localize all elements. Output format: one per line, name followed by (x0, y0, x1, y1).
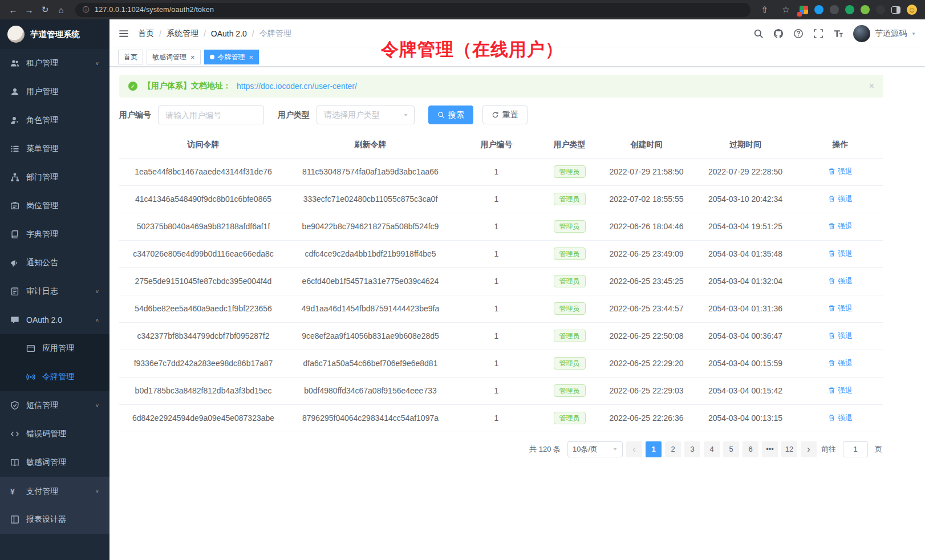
chevron-down-icon: ∨ (95, 289, 99, 294)
more-pages-button[interactable]: ••• (762, 441, 778, 457)
info-icon[interactable]: ⓘ (83, 5, 90, 15)
fullscreen-icon[interactable] (813, 29, 823, 39)
sidebar-item-user[interactable]: 用户管理 (0, 78, 109, 106)
profile-avatar-icon[interactable]: ☺ (907, 5, 917, 15)
trash-icon (828, 414, 835, 421)
sidebar-item-errcode[interactable]: 错误码管理 (0, 420, 109, 448)
extension-green-icon[interactable] (845, 5, 854, 14)
page-size-select[interactable]: 10条/页▼ (567, 441, 623, 457)
user-type-badge: 管理员 (554, 384, 586, 397)
home-button[interactable]: ⌂ (54, 2, 68, 17)
sidebar-item-report[interactable]: 报表设计器 (0, 505, 109, 534)
extension-paw-icon[interactable] (876, 5, 885, 14)
sidebar-item-label: OAuth 2.0 (26, 315, 62, 324)
reload-button[interactable]: ↻ (38, 2, 52, 17)
refresh-icon (492, 111, 499, 119)
user-type-select[interactable]: 请选择用户类型 ▼ (317, 105, 415, 124)
user-menu[interactable]: 芋道源码 ▼ (853, 25, 916, 42)
share-icon[interactable]: ⇧ (757, 2, 772, 17)
force-logout-button[interactable]: 强退 (828, 249, 853, 259)
cell-user-id: 1 (453, 213, 539, 240)
page-button-1[interactable]: 1 (646, 441, 662, 457)
tab-2[interactable]: 令牌管理× (204, 50, 259, 64)
force-logout-button[interactable]: 强退 (828, 413, 853, 423)
goto-page-input[interactable] (843, 441, 868, 457)
sidebar-item-tenant[interactable]: 租户管理∨ (0, 49, 109, 78)
sidebar-item-sms[interactable]: 短信管理∨ (0, 391, 109, 420)
force-logout-label: 强退 (838, 331, 853, 341)
app-logo-row[interactable]: 芋道管理系统 (0, 19, 109, 49)
sidebar-item-menu[interactable]: 菜单管理 (0, 135, 109, 163)
force-logout-button[interactable]: 强退 (828, 303, 853, 314)
sidebar-item-dict[interactable]: 字典管理 (0, 220, 109, 249)
address-bar[interactable]: ⓘ 127.0.0.1:1024/system/oauth2/token (75, 3, 750, 17)
page-button-2[interactable]: 2 (665, 441, 681, 457)
page-button-6[interactable]: 6 (743, 441, 758, 457)
app-logo (7, 26, 25, 43)
sidebar-item-audit[interactable]: 审计日志∨ (0, 277, 109, 306)
cell-created-time: 2022-07-02 18:55:55 (599, 185, 693, 213)
page-button-12[interactable]: 12 (781, 441, 797, 457)
alert-link[interactable]: https://doc.iocoder.cn/user-center/ (237, 82, 357, 91)
back-button[interactable]: ← (6, 2, 21, 17)
user-avatar (853, 25, 870, 42)
next-page-button[interactable]: › (801, 441, 817, 457)
force-logout-button[interactable]: 强退 (828, 385, 853, 396)
close-icon[interactable]: × (869, 81, 874, 91)
sidebar-item-notice[interactable]: 通知公告 (0, 249, 109, 277)
sidebar-item-dept[interactable]: 部门管理 (0, 163, 109, 192)
user-id-input[interactable] (158, 105, 264, 124)
force-logout-button[interactable]: 强退 (828, 331, 853, 341)
search-icon[interactable] (753, 29, 764, 39)
breadcrumb-item-1[interactable]: 系统管理 (167, 29, 198, 39)
page-button-4[interactable]: 4 (704, 441, 720, 457)
sidebar-item-sensitive[interactable]: 敏感词管理 (0, 448, 109, 477)
reset-button[interactable]: 重置 (482, 105, 528, 124)
sidebar-item-oauth[interactable]: OAuth 2.0∧ (0, 306, 109, 334)
sidebar-toggle-icon[interactable] (891, 6, 900, 14)
force-logout-label: 强退 (838, 249, 853, 259)
extension-blue-icon[interactable] (814, 5, 823, 14)
sidebar-item-pay[interactable]: ¥支付管理∨ (0, 477, 109, 505)
sidebar-item-label: 应用管理 (42, 343, 74, 354)
tags-bar: 首页敏感词管理×令牌管理× (109, 48, 925, 67)
breadcrumb-item-2[interactable]: OAuth 2.0 (211, 29, 247, 38)
sidebar-item-role[interactable]: 角色管理 (0, 106, 109, 135)
force-logout-label: 强退 (838, 276, 853, 286)
sidebar-item-oauth-app[interactable]: 应用管理 (0, 334, 109, 363)
user-type-badge: 管理员 (554, 302, 586, 315)
prev-page-button[interactable]: ‹ (626, 441, 642, 457)
force-logout-button[interactable]: 强退 (828, 167, 853, 177)
page-button-5[interactable]: 5 (723, 441, 739, 457)
close-icon[interactable]: × (190, 54, 195, 61)
cell-expire-time: 2054-03-04 19:51:25 (693, 213, 797, 240)
page-button-3[interactable]: 3 (684, 441, 700, 457)
hamburger-icon[interactable] (119, 29, 129, 39)
sidebar-item-label: 租户管理 (26, 58, 58, 68)
cell-expire-time: 2022-07-29 22:28:50 (693, 158, 797, 185)
close-icon[interactable]: × (249, 54, 254, 61)
bookmark-star-icon[interactable]: ☆ (778, 2, 793, 17)
github-icon[interactable] (773, 29, 784, 39)
sidebar-item-oauth-token[interactable]: 令牌管理 (0, 363, 109, 391)
help-icon[interactable] (793, 29, 804, 39)
tab-1[interactable]: 敏感词管理× (147, 50, 201, 64)
font-size-icon[interactable] (833, 29, 843, 39)
breadcrumb-item-0[interactable]: 首页 (138, 29, 154, 39)
sidebar-menu: 租户管理∨用户管理角色管理菜单管理部门管理岗位管理字典管理通知公告审计日志∨OA… (0, 49, 109, 534)
force-logout-button[interactable]: 强退 (828, 221, 853, 232)
extension-puzzle-icon[interactable] (861, 5, 870, 14)
force-logout-label: 强退 (838, 221, 853, 232)
user-type-placeholder: 请选择用户类型 (324, 110, 380, 120)
table-row: b0d1785bc3a8482f812db4a3f3bd15ecb0df4980… (119, 377, 883, 404)
search-button[interactable]: 搜索 (428, 105, 473, 124)
tab-0[interactable]: 首页 (118, 50, 143, 64)
force-logout-button[interactable]: 强退 (828, 194, 853, 204)
force-logout-button[interactable]: 强退 (828, 276, 853, 286)
table-row: c342377bf8b344799dcbf7bf095287f29ce8ef2a… (119, 322, 883, 350)
extension-globe-icon[interactable] (830, 5, 839, 14)
forward-button[interactable]: → (22, 2, 36, 17)
force-logout-button[interactable]: 强退 (828, 358, 853, 368)
sidebar-item-post[interactable]: 岗位管理 (0, 192, 109, 220)
extension-grid-icon[interactable] (800, 6, 808, 14)
